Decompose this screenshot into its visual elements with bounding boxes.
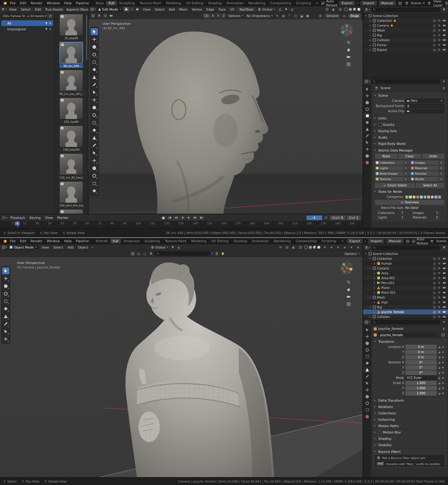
no-dropdowns-dropdown[interactable]: No Dropdowns▾ [246, 14, 274, 18]
category-filter-icons[interactable] [405, 196, 444, 199]
hide-eye-icon[interactable] [437, 262, 441, 265]
blender-logo-icon[interactable] [2, 239, 8, 244]
selectable-checkbox-icon[interactable] [433, 267, 436, 270]
workspace-tab-sculpting[interactable]: Sculpting [117, 1, 137, 5]
properties-tab-object-data[interactable] [363, 400, 371, 406]
asset-thumbnail[interactable] [59, 14, 83, 36]
outliner-item-scene-collection[interactable]: ▸ Scene Collection [363, 251, 448, 256]
workspace-tab-portrait[interactable]: Portrait [93, 239, 110, 243]
edge-select-icon[interactable]: ╱ [129, 7, 134, 12]
auto-reload-checkbox[interactable] [412, 239, 415, 243]
workspace-tab-uv-editing[interactable]: UV Editing [209, 239, 231, 243]
mirror-axis-y[interactable]: Y [216, 14, 221, 18]
tweak-falloff-icon[interactable] [130, 251, 135, 256]
select-all-button[interactable]: Select All [416, 183, 444, 188]
tool-add-cube[interactable] [91, 89, 98, 96]
properties-tab-world[interactable] [363, 119, 371, 125]
annotate-overlay-icon[interactable]: ✎ [275, 13, 280, 18]
blender-logo-icon[interactable] [2, 1, 8, 6]
hide-eye-icon[interactable] [437, 24, 441, 27]
menu-window[interactable]: Window [45, 1, 62, 5]
category-icon-materials[interactable] [416, 196, 419, 199]
disable-render-camera-icon[interactable] [443, 276, 446, 280]
inspect-search-icon[interactable] [438, 177, 443, 181]
value-field[interactable]: XYZ Euler [405, 376, 437, 380]
manual-button[interactable]: Manual [386, 239, 404, 244]
tool-extrude-region[interactable] [91, 96, 98, 103]
disable-render-camera-icon[interactable] [443, 271, 446, 275]
tool-knife[interactable] [91, 127, 98, 134]
adm-category-lights[interactable]: Lights [375, 166, 409, 170]
adm-button-clean[interactable]: Clean [398, 154, 421, 159]
hide-eye-icon[interactable] [437, 310, 441, 314]
view-layers-icon[interactable] [96, 13, 102, 18]
workspace-tab-+[interactable]: + [339, 239, 346, 243]
playhead-frame-label[interactable]: 4 [15, 222, 20, 226]
panel-visibility[interactable]: ▸Visibility [373, 442, 447, 448]
wireframe-shading-icon[interactable] [344, 8, 348, 11]
outliner-item-psyche-femele[interactable]: ▸ psyche_femele [363, 309, 448, 314]
panel-motion-blur[interactable]: ▸Motion Blur [373, 429, 447, 435]
tool-scale[interactable] [2, 298, 9, 305]
menu-edge[interactable]: Edge [204, 7, 216, 12]
xray-toggle-icon[interactable] [324, 7, 329, 12]
properties-tab-physics[interactable] [363, 133, 371, 139]
end-frame-field[interactable]: End1 [347, 216, 361, 220]
catalog-filter-icon[interactable] [45, 22, 48, 25]
workspace-tab-scripting[interactable]: Scripting [294, 1, 313, 5]
lock-icon[interactable] [438, 360, 441, 364]
tool-scale[interactable] [91, 59, 98, 65]
hide-eye-icon[interactable] [437, 38, 441, 42]
category-icon-lights[interactable] [413, 196, 416, 199]
perspective-toggle-icon[interactable] [346, 302, 351, 306]
properties-tab-scene[interactable] [363, 113, 371, 119]
adm-category-materials[interactable]: Materials [410, 166, 444, 170]
editor-type-icon[interactable]: ▾ [365, 245, 370, 250]
asset-thumbnail[interactable] [59, 70, 83, 92]
outliner-item-collection[interactable]: ▸ Collection [363, 256, 448, 261]
expand-arrow-icon[interactable]: ▸ [373, 282, 376, 284]
menu-pipeline[interactable]: Pipeline [74, 1, 91, 5]
adm-button-nuke[interactable]: Nuke [375, 154, 397, 159]
inspect-search-icon[interactable] [403, 161, 408, 165]
expand-arrow-icon[interactable]: ▸ [365, 15, 367, 17]
pan-hand-icon[interactable] [346, 287, 351, 292]
disable-render-camera-icon[interactable] [443, 305, 446, 309]
value-field[interactable]: 1.000 [405, 381, 437, 385]
display-mode-icon[interactable] [398, 1, 403, 6]
solid-shading-icon[interactable] [349, 8, 352, 11]
editor-type-icon[interactable]: ▾ [90, 7, 95, 12]
workspace-tab-rendering[interactable]: Rendering [246, 1, 268, 5]
lock-icon[interactable] [438, 376, 441, 380]
hide-eye-icon[interactable] [437, 33, 441, 37]
panel-checkbox[interactable] [378, 431, 381, 434]
outliner-item-camera[interactable]: ▸ Camera [363, 23, 448, 28]
snap-magnet-icon[interactable] [170, 245, 176, 250]
menu-window[interactable]: Window [45, 239, 62, 243]
view-cube-icon[interactable] [102, 13, 108, 18]
expand-arrow-icon[interactable]: ▸ [369, 267, 372, 270]
editor-type-icon[interactable]: ▾ [2, 215, 7, 220]
tool-camera-view[interactable] [2, 336, 9, 343]
outliner-item-collision[interactable]: ▸ Collision [363, 314, 448, 318]
disable-render-camera-icon[interactable] [443, 28, 446, 32]
asset-thumbnail[interactable] [59, 125, 83, 147]
hide-eye-icon[interactable] [437, 291, 441, 294]
menu-view[interactable]: View [141, 7, 152, 12]
tool-shear[interactable] [91, 172, 98, 179]
disable-render-camera-icon[interactable] [443, 281, 446, 285]
view-camera-icon[interactable] [109, 13, 114, 18]
properties-tab-output[interactable] [363, 340, 371, 346]
play-icon[interactable] [186, 216, 192, 220]
properties-tab-output[interactable] [363, 99, 371, 105]
workspace-tab-rendering[interactable]: Rendering [271, 239, 293, 243]
workspace-tab-shading[interactable]: Shading [231, 239, 249, 243]
hide-eye-icon[interactable] [437, 48, 441, 52]
workspace-tab-sculpting[interactable]: Sculpting [142, 239, 162, 243]
snap-with-icon[interactable] [148, 251, 153, 256]
camera-view-icon[interactable] [346, 55, 351, 59]
value-field[interactable]: 0° [405, 360, 437, 365]
search-filter-dropdown[interactable]: ▾ [212, 252, 213, 255]
panel-shading[interactable]: ▸Shading [373, 436, 447, 441]
selectable-checkbox-icon[interactable] [433, 29, 436, 32]
